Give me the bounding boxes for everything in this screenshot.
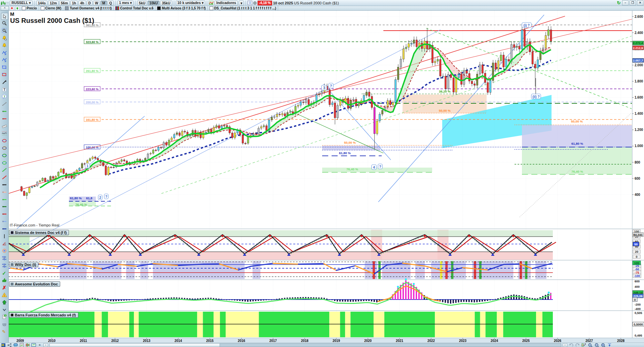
scroll-right-button[interactable]: › — [563, 343, 567, 347]
line-green-tool[interactable] — [1, 167, 7, 173]
timeframe-Q[interactable]: Q — [108, 1, 114, 5]
arrow-up-tool[interactable] — [1, 299, 7, 305]
ellipse-brown-tool[interactable] — [1, 145, 7, 151]
scrollbar-thumb[interactable] — [50, 344, 220, 347]
hline-black-tool[interactable] — [1, 181, 7, 188]
size-35kU[interactable]: 35kU — [160, 1, 172, 5]
period-selector[interactable]: 1 mes ▾ — [117, 1, 134, 5]
hline-green-tool[interactable] — [1, 108, 7, 114]
timeframe-56m[interactable]: 56m — [59, 1, 70, 5]
timeframe-1h[interactable]: 1h — [70, 1, 78, 5]
target-tool[interactable] — [1, 248, 7, 254]
timeframe-D[interactable]: D — [87, 1, 93, 5]
redo-icon[interactable] — [575, 343, 580, 347]
hline-lightblue-tool[interactable] — [1, 218, 7, 224]
overlay-item-4[interactable]: Multi Avisos (3 f 3 1,5 70 f f) — [155, 6, 207, 10]
note-tool[interactable]: T — [1, 94, 7, 100]
confirm-tool[interactable]: ✓ — [1, 270, 7, 276]
close-button[interactable]: ✕ — [637, 0, 643, 5]
overlay-item-0[interactable]: Precio — [20, 6, 39, 10]
columns-icon[interactable] — [25, 343, 30, 347]
alert-bell-tool[interactable] — [1, 42, 7, 48]
zoom-window-icon[interactable] — [588, 343, 593, 347]
zoom-out-icon[interactable] — [594, 343, 599, 347]
orders-tool[interactable]: 1 — [1, 314, 7, 320]
indicators-chevron[interactable]: ▾ — [239, 1, 244, 5]
timeframe-12m[interactable]: 12m — [48, 1, 59, 5]
timeframe-144s[interactable]: 144s — [36, 1, 47, 5]
settings-icon[interactable] — [581, 343, 586, 347]
channel-tool[interactable] — [1, 130, 7, 137]
like-tool[interactable] — [1, 277, 7, 283]
timeframe-4h[interactable]: 4h — [78, 1, 86, 5]
hline-red-2-tool[interactable] — [1, 211, 7, 217]
chat-icon[interactable] — [13, 343, 18, 347]
hline-lime-tool[interactable] — [1, 196, 7, 203]
toolbar-grip[interactable]: ⁞⁞ — [6, 1, 9, 4]
price-down-icon[interactable] — [9, 6, 14, 10]
rect-red-tool[interactable] — [1, 71, 7, 78]
panel-header-awesome[interactable]: Awesome Evolution Doc — [9, 281, 60, 287]
overlay-item-1[interactable]: Cierre (W) — [39, 6, 64, 10]
overlay-checkbox[interactable] — [157, 6, 161, 10]
more-chevron[interactable] — [1, 306, 7, 313]
overlay-checkbox[interactable] — [22, 6, 26, 10]
angle-tool[interactable]: α — [1, 240, 7, 247]
points-tool[interactable]: +3++5+ — [1, 255, 7, 261]
text-tool[interactable]: T — [1, 86, 7, 93]
delete-tool[interactable]: ✗ — [1, 284, 7, 291]
restore-button[interactable]: ❐ — [630, 0, 636, 5]
hline-darkgreen-tool[interactable] — [1, 204, 7, 210]
indicators-button[interactable]: Indicadores — [215, 1, 238, 5]
panel-header-barra[interactable]: Barra Fuerza Fondo Mercado v4 (f) — [9, 312, 78, 318]
alert-pointer-tool[interactable] — [1, 35, 7, 41]
ellipse-green-tool[interactable] — [1, 152, 7, 159]
timeframe-M[interactable]: M — [101, 1, 107, 5]
units-selector[interactable]: 10 k unidades ▾ — [176, 1, 205, 5]
hline-pink-tool[interactable] — [1, 189, 7, 195]
ellipse-green-2-tool[interactable] — [1, 160, 7, 166]
refresh-icon[interactable]: ↻ — [616, 1, 621, 5]
overlay-checkbox[interactable] — [115, 6, 119, 10]
points-tool-2[interactable]: +3++5+ — [1, 262, 7, 269]
overlay-checkbox[interactable] — [65, 6, 69, 10]
auto-scale-icon[interactable] — [607, 343, 612, 347]
collapse-scroll-icon[interactable]: « — [37, 343, 42, 347]
overlay-item-2[interactable]: Tunel Domenec v4 (t t t t t) — [63, 6, 114, 10]
price-up-icon[interactable] — [15, 6, 20, 10]
size-10kU[interactable]: 10kU — [148, 1, 159, 5]
undo-icon[interactable] — [569, 343, 573, 347]
zoom-area-tool[interactable] — [1, 28, 7, 34]
snapshot-icon[interactable] — [31, 343, 36, 347]
line-red-tool[interactable] — [1, 174, 7, 181]
draw-tool[interactable]: ✎ — [1, 328, 7, 335]
info-icon[interactable]: i — [248, 1, 252, 5]
overlay-item-5[interactable]: DS_CotasHist (1 t t t 3 1 1 f f f f t f … — [208, 6, 278, 10]
overlay-checkbox[interactable] — [41, 6, 44, 10]
size-5kU[interactable]: 5kU — [137, 1, 147, 5]
hline-navy-tool[interactable] — [1, 225, 7, 232]
dots-tool[interactable] — [1, 321, 7, 327]
segment-tool[interactable] — [1, 101, 7, 107]
report-icon[interactable] — [19, 343, 24, 347]
symbol-selector[interactable]: RUSSELL ▾ — [10, 1, 32, 5]
timeframe-W[interactable]: W — [93, 1, 100, 5]
hline-red-tool[interactable] — [1, 115, 7, 122]
fibonacci-tool[interactable]: F — [1, 49, 7, 56]
panel-header-sistema[interactable]: Sistema de trenes Doc v4 (f f) — [9, 230, 69, 235]
chart-scrollbar[interactable] — [49, 343, 561, 347]
zoom-in-icon[interactable] — [601, 343, 605, 347]
ruler-tool[interactable] — [1, 123, 7, 129]
overlay-item-3[interactable]: Control Total Doc v.6 — [114, 6, 155, 10]
rect-blue-tool[interactable] — [1, 64, 7, 71]
trend-arrow-tool[interactable] — [1, 79, 7, 85]
ellipse-red-tool[interactable] — [1, 138, 7, 144]
share-icon[interactable] — [7, 343, 12, 347]
collapse-overlays-button[interactable]: ^ — [1, 6, 9, 10]
scroll-left-button[interactable]: ‹ — [43, 343, 48, 347]
panel-header-willy[interactable]: Willy Doc (t) — [9, 262, 38, 267]
vline-tool[interactable] — [1, 233, 7, 239]
fibonacci-tool-2[interactable]: F — [1, 57, 7, 63]
overlay-checkbox[interactable] — [210, 6, 213, 10]
zoom-tool[interactable] — [1, 20, 7, 27]
